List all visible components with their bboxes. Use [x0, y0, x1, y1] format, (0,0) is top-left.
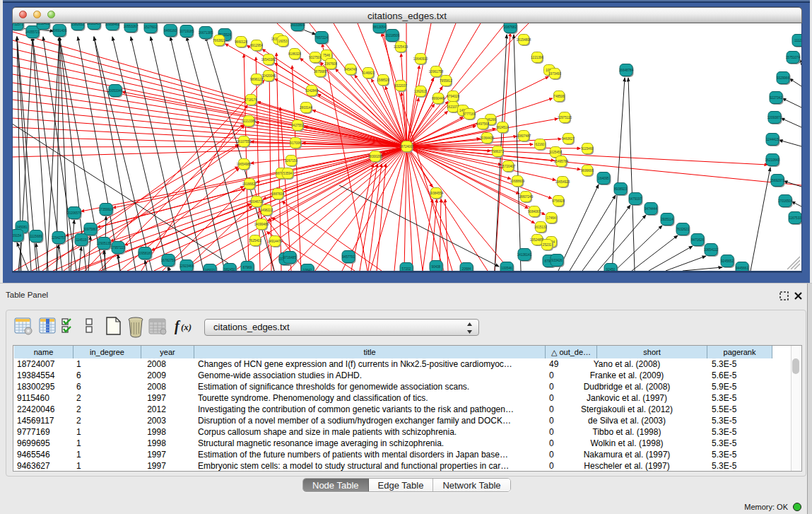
svg-text:20206576: 20206576: [67, 211, 82, 215]
svg-text:14914479: 14914479: [268, 240, 283, 243]
svg-text:(x): (x): [181, 322, 192, 332]
svg-text:9445661: 9445661: [736, 267, 748, 270]
svg-text:25231: 25231: [543, 243, 552, 247]
svg-text:7955812: 7955812: [440, 79, 452, 83]
svg-text:8454749: 8454749: [344, 68, 357, 71]
svg-text:1244415: 1244415: [766, 138, 779, 141]
svg-text:53594: 53594: [283, 172, 293, 175]
svg-text:16107553: 16107553: [237, 140, 252, 144]
svg-text:20691406: 20691406: [52, 29, 67, 33]
svg-text:9084067: 9084067: [528, 210, 541, 214]
svg-text:2087682: 2087682: [504, 25, 517, 29]
svg-text:8813054: 8813054: [373, 25, 386, 29]
svg-text:7632621: 7632621: [676, 228, 689, 231]
svg-text:16671385: 16671385: [199, 31, 213, 35]
svg-text:18300295: 18300295: [368, 155, 383, 158]
svg-text:10688609: 10688609: [510, 180, 525, 183]
svg-text:7546: 7546: [323, 54, 331, 57]
svg-text:1712571: 1712571: [13, 23, 23, 26]
svg-text:14099489: 14099489: [254, 223, 269, 226]
svg-text:982450: 982450: [224, 268, 235, 271]
svg-text:9242848: 9242848: [305, 89, 318, 93]
svg-text:9660128: 9660128: [235, 40, 247, 44]
svg-text:15751074: 15751074: [786, 56, 801, 59]
svg-text:10807487: 10807487: [517, 134, 531, 138]
svg-text:1221396: 1221396: [531, 56, 543, 59]
svg-text:19301457: 19301457: [87, 23, 102, 25]
svg-text:3267150: 3267150: [285, 159, 298, 163]
svg-text:8990448: 8990448: [432, 97, 445, 100]
svg-text:22420046: 22420046: [261, 74, 276, 78]
svg-text:2803144: 2803144: [300, 106, 312, 110]
svg-text:10642: 10642: [303, 269, 312, 271]
svg-text:12923468: 12923468: [180, 264, 194, 268]
svg-text:6497568: 6497568: [476, 122, 489, 126]
svg-text:16648784: 16648784: [619, 69, 634, 72]
svg-text:10958462: 10958462: [105, 23, 120, 26]
svg-text:114519: 114519: [76, 238, 87, 242]
svg-text:12905135: 12905135: [97, 242, 112, 245]
svg-text:165021: 165021: [204, 269, 216, 271]
svg-text:9327508: 9327508: [309, 56, 322, 59]
svg-text:10961758: 10961758: [429, 70, 444, 74]
svg-text:12093872: 12093872: [767, 116, 782, 119]
svg-text:6479197: 6479197: [629, 197, 642, 201]
svg-text:100546: 100546: [501, 267, 512, 270]
svg-text:11325419: 11325419: [394, 45, 408, 49]
svg-text:9756928: 9756928: [552, 199, 565, 203]
svg-text:10046728: 10046728: [249, 200, 264, 204]
svg-text:933426: 933426: [551, 259, 563, 262]
svg-text:9474444: 9474444: [645, 207, 657, 211]
svg-text:15720407: 15720407: [501, 165, 516, 168]
svg-text:15692971: 15692971: [770, 179, 785, 182]
svg-text:3875685: 3875685: [314, 70, 326, 74]
svg-text:345081: 345081: [16, 226, 28, 229]
svg-text:9777169: 9777169: [463, 112, 476, 116]
svg-text:20364436: 20364436: [480, 136, 495, 140]
svg-text:1581652: 1581652: [71, 23, 84, 26]
svg-text:9716485: 9716485: [283, 256, 296, 259]
svg-text:18724007: 18724007: [399, 145, 414, 148]
svg-text:14136141: 14136141: [517, 253, 532, 257]
svg-text:19654985: 19654985: [237, 163, 252, 166]
svg-text:9146821: 9146821: [362, 71, 375, 75]
svg-text:8912954: 8912954: [250, 44, 263, 47]
svg-text:9457791: 9457791: [342, 255, 355, 259]
svg-text:9699695: 9699695: [581, 169, 594, 173]
svg-text:9896123: 9896123: [250, 78, 263, 81]
svg-text:17464: 17464: [547, 216, 556, 220]
svg-text:20053346: 20053346: [108, 89, 123, 93]
svg-text:11123: 11123: [794, 39, 801, 42]
svg-text:917006: 917006: [290, 141, 301, 145]
svg-text:20684: 20684: [462, 267, 471, 271]
svg-text:39154: 39154: [13, 234, 22, 238]
svg-text:15495784: 15495784: [554, 160, 569, 163]
svg-text:1025458: 1025458: [549, 151, 562, 154]
svg-text:10958187: 10958187: [138, 252, 153, 255]
svg-text:9463627: 9463627: [562, 137, 575, 141]
svg-text:1527602: 1527602: [144, 25, 157, 29]
svg-text:9058462: 9058462: [37, 23, 49, 25]
svg-text:9115460: 9115460: [581, 147, 594, 151]
svg-text:1167533: 1167533: [789, 216, 801, 220]
svg-text:2935114: 2935114: [661, 218, 673, 221]
svg-text:16154808: 16154808: [517, 38, 531, 42]
svg-text:9245652: 9245652: [721, 259, 734, 263]
svg-text:30975867: 30975867: [83, 228, 98, 231]
svg-text:16782759: 16782759: [161, 259, 176, 262]
svg-text:10553267: 10553267: [124, 25, 139, 28]
svg-text:3427552: 3427552: [291, 124, 304, 127]
svg-text:1887834: 1887834: [271, 192, 284, 196]
svg-text:6466160: 6466160: [164, 29, 177, 33]
svg-text:8322037: 8322037: [394, 84, 407, 88]
svg-text:17359924: 17359924: [99, 208, 114, 211]
svg-text:19166827: 19166827: [242, 182, 257, 186]
svg-text:10719185: 10719185: [180, 30, 194, 33]
svg-text:19654923: 19654923: [555, 180, 570, 184]
svg-text:17957223: 17957223: [111, 246, 126, 250]
svg-text:16053: 16053: [278, 40, 288, 43]
svg-text:17016504: 17016504: [778, 199, 793, 203]
svg-text:19384554: 19384554: [429, 192, 444, 195]
svg-text:9329966: 9329966: [777, 76, 789, 80]
svg-text:12213389: 12213389: [242, 119, 257, 123]
